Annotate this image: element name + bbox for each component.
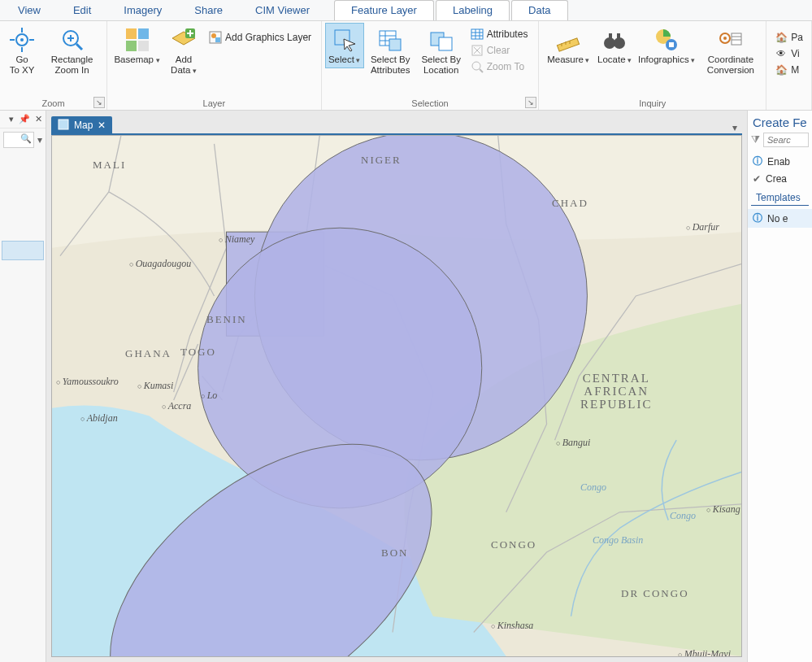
zoom-to-button[interactable]: Zoom To: [466, 59, 533, 75]
ribbon-group-zoom: Go To XY Rectangle Zoom In Zoom ↘: [0, 21, 107, 110]
chevron-down-icon[interactable]: ▾: [37, 134, 42, 146]
rect-zoom-label: Rectangle Zoom In: [51, 54, 93, 76]
city-label: Abidjan: [80, 412, 118, 425]
chevron-down-icon[interactable]: ▾: [9, 114, 14, 124]
create-features-title: Create Fe: [748, 111, 812, 133]
add-data-icon: [171, 27, 197, 53]
tab-data[interactable]: Data: [511, 0, 567, 20]
svg-rect-53: [732, 33, 741, 45]
svg-line-39: [480, 69, 483, 72]
infographics-button[interactable]: Infographics: [635, 23, 699, 68]
enable-row[interactable]: ⓘ Enab: [748, 152, 812, 171]
ribbon-group-layer-label: Layer: [107, 97, 321, 110]
crosshair-icon: [9, 27, 35, 53]
attributes-button[interactable]: Attributes: [466, 26, 533, 42]
svg-line-7: [76, 44, 82, 50]
basemap-label: Basemap: [114, 54, 159, 66]
svg-rect-29: [439, 37, 452, 50]
more-button[interactable]: 🏠 M: [770, 62, 808, 78]
city-label: Kinshasa: [491, 620, 533, 632]
ribbon-group-inquiry-label: Inquiry: [539, 97, 766, 110]
menu-imagery[interactable]: Imagery: [107, 1, 178, 20]
info-icon: ⓘ: [753, 155, 762, 168]
map-tab[interactable]: Map ✕: [51, 116, 112, 135]
country-label: NIGER: [361, 154, 402, 167]
main-menu-bar: View Edit Imagery Share CIM Viewer Featu…: [0, 0, 812, 21]
close-icon[interactable]: ✕: [98, 120, 106, 131]
rectangle-zoom-button[interactable]: Rectangle Zoom In: [41, 23, 103, 78]
svg-point-38: [472, 62, 480, 70]
zoom-to-label: Zoom To: [487, 61, 524, 72]
basemap-icon: [124, 27, 150, 53]
select-attr-icon: [377, 27, 403, 53]
house-icon: 🏠: [775, 31, 788, 44]
magnify-plus-icon: [59, 27, 85, 53]
ribbon-group-selection: Select Select By Attributes Select By Lo…: [322, 21, 540, 110]
menu-share[interactable]: Share: [178, 1, 239, 20]
map-view-container: Map ✕ ▾: [46, 111, 747, 662]
country-label: TOGO: [180, 346, 216, 359]
svg-rect-30: [471, 29, 483, 39]
svg-rect-56: [59, 120, 68, 129]
country-label: BON: [381, 547, 408, 560]
create-features-pane: Create Fe ⧩ ⓘ Enab ✔ Crea Templates ⓘ No…: [747, 111, 812, 662]
basemap-button[interactable]: Basemap: [111, 23, 163, 68]
select-by-attributes-button[interactable]: Select By Attributes: [364, 23, 417, 78]
select-cursor-icon: [332, 27, 358, 53]
contents-selected-layer[interactable]: [2, 241, 44, 260]
country-label: GHANA: [125, 347, 172, 360]
template-search-input[interactable]: [763, 133, 809, 147]
coord-conv-icon: [718, 27, 744, 53]
select-by-location-button[interactable]: Select By Location: [417, 23, 466, 78]
view-button[interactable]: 👁 Vi: [770, 46, 808, 62]
city-label: Niamey: [219, 233, 254, 246]
create-row[interactable]: ✔ Crea: [748, 171, 812, 187]
pause-button[interactable]: 🏠 Pa: [770, 29, 808, 46]
tab-labeling[interactable]: Labeling: [436, 0, 510, 20]
svg-rect-46: [609, 33, 612, 40]
filter-icon[interactable]: ⧩: [751, 133, 760, 146]
svg-rect-12: [126, 41, 137, 51]
dialog-launcher-icon[interactable]: ↘: [525, 97, 536, 108]
ribbon-group-clipped: 🏠 Pa 👁 Vi 🏠 M: [766, 21, 812, 110]
water-label: Congo: [670, 510, 696, 522]
chevron-down-icon[interactable]: ▾: [732, 122, 737, 133]
water-label: Congo: [580, 481, 606, 494]
select-loc-icon: [428, 27, 454, 53]
menu-view[interactable]: View: [2, 1, 57, 20]
svg-rect-27: [389, 39, 401, 50]
add-graphics-layer-button[interactable]: Add Graphics Layer: [204, 29, 316, 46]
map-canvas[interactable]: MALI NIGER CHAD GHANA TOGO BENIN CENTRAL…: [51, 135, 742, 657]
svg-rect-13: [138, 41, 149, 51]
svg-rect-50: [669, 42, 674, 47]
tab-feature-layer[interactable]: Feature Layer: [334, 0, 434, 20]
city-label: Kisang: [706, 503, 740, 516]
measure-button[interactable]: Measure: [542, 23, 594, 68]
svg-point-1: [20, 38, 24, 41]
dialog-launcher-icon[interactable]: ↘: [93, 97, 105, 108]
attributes-label: Attributes: [487, 28, 528, 40]
pin-icon[interactable]: 📌: [19, 114, 30, 124]
table-icon: [471, 28, 484, 41]
templates-header: Templates: [751, 189, 809, 206]
city-label: Bangui: [556, 437, 590, 449]
go-to-xy-button[interactable]: Go To XY: [3, 23, 41, 78]
ribbon-group-inquiry: Measure Locate Infographics Coordinate C…: [539, 21, 766, 110]
select-button[interactable]: Select: [325, 23, 364, 68]
measure-label: Measure: [547, 54, 589, 66]
select-label: Select: [328, 54, 360, 66]
select-loc-label: Select By Location: [421, 54, 461, 76]
add-data-button[interactable]: Add Data: [163, 23, 204, 79]
menu-edit[interactable]: Edit: [57, 1, 107, 20]
svg-rect-11: [138, 28, 149, 39]
locate-button[interactable]: Locate: [594, 23, 634, 68]
coordinate-conversion-button[interactable]: Coordinate Conversion: [699, 23, 763, 78]
svg-rect-20: [215, 37, 220, 42]
country-label: DR CONGO: [621, 587, 689, 600]
contents-search-input[interactable]: [3, 132, 34, 148]
info-icon: ⓘ: [753, 211, 762, 225]
menu-cim[interactable]: CIM Viewer: [239, 1, 326, 20]
clear-button[interactable]: Clear: [466, 42, 533, 59]
no-templates-row: ⓘ No e: [748, 209, 812, 228]
close-icon[interactable]: ✕: [35, 114, 42, 124]
